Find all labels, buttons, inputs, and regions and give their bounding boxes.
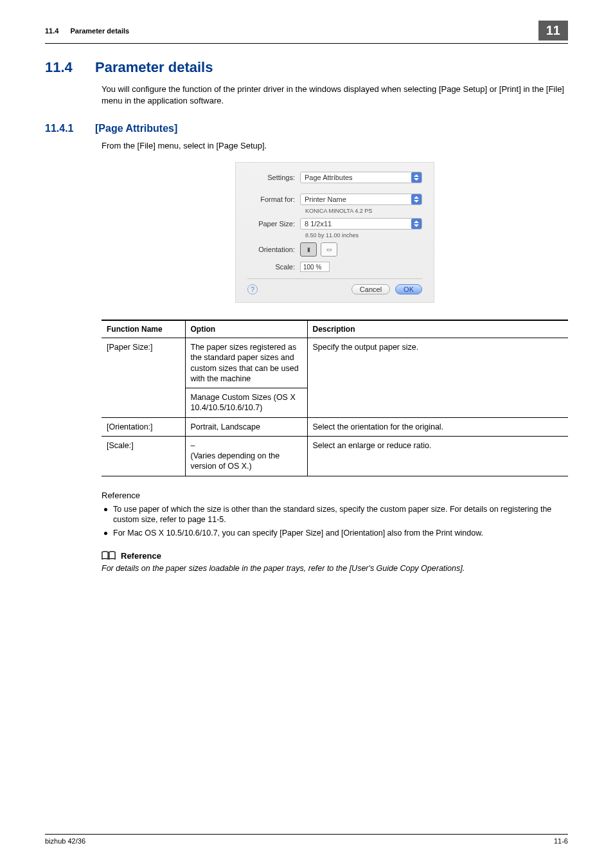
heading-2: 11.4.1 [Page Attributes] [45,123,568,134]
chevron-updown-icon [411,219,422,229]
footer-left: bizhub 42/36 [45,837,85,845]
settings-label: Settings: [247,174,300,181]
cell-fn: [Scale:] [102,436,185,476]
paper-size-select[interactable]: 8 1/2x11 [300,218,422,230]
format-for-label: Format for: [247,195,300,203]
list-item: For Mac OS X 10.5/10.6/10.7, you can spe… [102,528,568,539]
page-header: 11.4 Parameter details 11 [45,21,568,44]
heading-2-number: 11.4.1 [45,123,84,134]
list-item: To use paper of which the size is other … [102,504,568,526]
format-for-select[interactable]: Printer Name [300,194,422,205]
orientation-landscape-button[interactable]: ▭ [321,242,337,257]
paper-size-label: Paper Size: [247,220,300,228]
help-button[interactable]: ? [247,284,258,294]
paper-size-note: 8.50 by 11.00 inches [305,232,422,239]
orientation-portrait-button[interactable]: ▮ [300,242,317,257]
cell-opt: The paper sizes registered as the standa… [185,338,307,418]
cell-desc: Select the orientation for the original. [307,417,568,436]
format-for-value: Printer Name [305,195,346,203]
cell-desc: Select an enlarge or reduce ratio. [307,436,568,476]
heading-1-number: 11.4 [45,59,84,76]
settings-value: Page Attributes [305,174,353,181]
table-row: [Paper Size:] The paper sizes registered… [102,338,568,418]
reference-list: To use paper of which the size is other … [102,504,568,539]
heading-1-title: Parameter details [95,59,213,76]
th-function-name: Function Name [102,320,185,338]
chevron-updown-icon [411,172,422,183]
subsection-intro: From the [File] menu, select in [Page Se… [102,141,568,150]
book-icon [102,550,116,561]
header-section-title: Parameter details [70,27,129,35]
th-description: Description [307,320,568,338]
cancel-button[interactable]: Cancel [351,284,390,294]
heading-1: 11.4 Parameter details [45,59,568,76]
reference-note: For details on the paper sizes loadable … [102,563,568,574]
scale-label: Scale: [247,263,300,271]
cell-opt: Portrait, Landscape [185,417,307,436]
reference-callout-title: Reference [121,551,161,561]
format-for-note: KONICA MINOLTA 4.2 PS [305,208,422,214]
orientation-label: Orientation: [247,246,300,253]
ok-button[interactable]: OK [395,284,422,294]
page-footer: bizhub 42/36 11-6 [45,834,568,845]
page-setup-dialog: Settings: Page Attributes Format for: Pr… [235,162,434,303]
section-intro: You will configure the function of the p… [102,84,568,106]
reference-callout: Reference [102,550,568,561]
table-row: [Orientation:] Portrait, Landscape Selec… [102,417,568,436]
chapter-tab: 11 [538,21,568,41]
header-section-number: 11.4 [45,27,58,35]
reference-heading: Reference [102,491,568,500]
parameters-table: Function Name Option Description [Paper … [102,320,568,476]
footer-right: 11-6 [554,837,568,845]
heading-2-title: [Page Attributes] [95,123,177,134]
scale-input[interactable]: 100 % [300,262,330,272]
cell-fn: [Orientation:] [102,417,185,436]
landscape-icon: ▭ [326,246,332,253]
th-option: Option [185,320,307,338]
settings-select[interactable]: Page Attributes [300,172,422,183]
table-row: [Scale:] – (Varies depending on the vers… [102,436,568,476]
chevron-updown-icon [411,194,422,204]
paper-size-value: 8 1/2x11 [305,220,332,228]
cell-fn: [Paper Size:] [102,338,185,418]
portrait-icon: ▮ [307,246,310,253]
scale-value: 100 % [303,264,321,271]
cell-desc: Specify the output paper size. [307,338,568,418]
cell-opt: – (Varies depending on the version of OS… [185,436,307,476]
